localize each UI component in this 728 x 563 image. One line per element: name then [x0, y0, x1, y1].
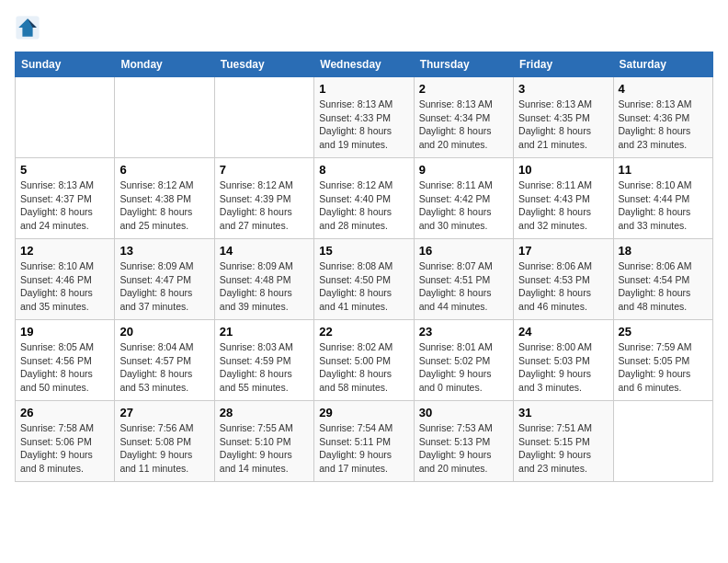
day-info: Sunrise: 7:59 AM Sunset: 5:05 PM Dayligh…	[619, 340, 708, 395]
day-info: Sunrise: 8:13 AM Sunset: 4:35 PM Dayligh…	[518, 98, 608, 152]
day-number: 18	[619, 244, 708, 258]
day-info: Sunrise: 8:05 AM Sunset: 4:56 PM Dayligh…	[20, 340, 109, 395]
column-header-thursday: Thursday	[414, 52, 513, 77]
day-cell: 15Sunrise: 8:08 AM Sunset: 4:50 PM Dayli…	[314, 239, 414, 320]
column-header-tuesday: Tuesday	[214, 52, 313, 77]
day-number: 20	[119, 325, 209, 339]
day-cell: 14Sunrise: 8:09 AM Sunset: 4:48 PM Dayli…	[214, 239, 313, 320]
day-number: 11	[619, 163, 708, 177]
day-cell: 10Sunrise: 8:11 AM Sunset: 4:43 PM Dayli…	[514, 158, 613, 239]
day-cell: 24Sunrise: 8:00 AM Sunset: 5:03 PM Dayli…	[514, 320, 613, 401]
day-info: Sunrise: 8:13 AM Sunset: 4:36 PM Dayligh…	[619, 98, 708, 152]
day-cell: 27Sunrise: 7:56 AM Sunset: 5:08 PM Dayli…	[115, 401, 214, 482]
day-cell: 30Sunrise: 7:53 AM Sunset: 5:13 PM Dayli…	[414, 401, 513, 482]
day-cell: 8Sunrise: 8:12 AM Sunset: 4:40 PM Daylig…	[314, 158, 414, 239]
day-cell: 6Sunrise: 8:12 AM Sunset: 4:38 PM Daylig…	[115, 158, 214, 239]
day-number: 7	[220, 163, 309, 177]
day-number: 9	[419, 163, 508, 177]
day-info: Sunrise: 7:56 AM Sunset: 5:08 PM Dayligh…	[119, 421, 209, 476]
day-info: Sunrise: 7:51 AM Sunset: 5:15 PM Dayligh…	[518, 421, 608, 476]
day-info: Sunrise: 8:10 AM Sunset: 4:46 PM Dayligh…	[20, 259, 109, 314]
week-row-3: 12Sunrise: 8:10 AM Sunset: 4:46 PM Dayli…	[16, 239, 713, 320]
day-cell: 31Sunrise: 7:51 AM Sunset: 5:15 PM Dayli…	[514, 401, 613, 482]
day-number: 23	[419, 325, 508, 339]
day-info: Sunrise: 7:54 AM Sunset: 5:11 PM Dayligh…	[319, 421, 408, 476]
day-info: Sunrise: 8:00 AM Sunset: 5:03 PM Dayligh…	[518, 340, 608, 395]
week-row-5: 26Sunrise: 7:58 AM Sunset: 5:06 PM Dayli…	[16, 401, 713, 482]
day-info: Sunrise: 8:07 AM Sunset: 4:51 PM Dayligh…	[419, 259, 508, 314]
day-cell: 3Sunrise: 8:13 AM Sunset: 4:35 PM Daylig…	[514, 77, 613, 158]
column-header-wednesday: Wednesday	[314, 52, 414, 77]
day-number: 1	[319, 82, 408, 96]
day-number: 26	[20, 406, 109, 419]
day-cell	[214, 77, 313, 158]
day-info: Sunrise: 8:06 AM Sunset: 4:54 PM Dayligh…	[619, 259, 708, 314]
day-cell: 5Sunrise: 8:13 AM Sunset: 4:37 PM Daylig…	[16, 158, 115, 239]
day-number: 28	[220, 406, 309, 419]
day-info: Sunrise: 8:02 AM Sunset: 5:00 PM Dayligh…	[319, 340, 408, 395]
day-number: 13	[119, 244, 209, 258]
column-header-saturday: Saturday	[613, 52, 712, 77]
day-info: Sunrise: 8:08 AM Sunset: 4:50 PM Dayligh…	[319, 259, 408, 314]
day-number: 10	[518, 163, 608, 177]
day-number: 12	[20, 244, 109, 258]
day-number: 5	[20, 163, 109, 177]
day-number: 6	[119, 163, 209, 177]
day-number: 14	[220, 244, 309, 258]
day-cell: 19Sunrise: 8:05 AM Sunset: 4:56 PM Dayli…	[16, 320, 115, 401]
day-info: Sunrise: 8:01 AM Sunset: 5:02 PM Dayligh…	[419, 340, 508, 395]
day-number: 30	[419, 406, 508, 419]
column-header-sunday: Sunday	[16, 52, 115, 77]
column-header-monday: Monday	[115, 52, 214, 77]
day-number: 22	[319, 325, 408, 339]
day-cell	[16, 77, 115, 158]
header-row: SundayMondayTuesdayWednesdayThursdayFrid…	[16, 52, 713, 77]
logo	[15, 15, 44, 40]
day-number: 21	[220, 325, 309, 339]
day-cell	[115, 77, 214, 158]
day-cell: 29Sunrise: 7:54 AM Sunset: 5:11 PM Dayli…	[314, 401, 414, 482]
day-info: Sunrise: 8:13 AM Sunset: 4:34 PM Dayligh…	[419, 98, 508, 152]
logo-icon	[15, 15, 40, 40]
day-cell: 11Sunrise: 8:10 AM Sunset: 4:44 PM Dayli…	[613, 158, 712, 239]
day-cell: 4Sunrise: 8:13 AM Sunset: 4:36 PM Daylig…	[613, 77, 712, 158]
day-number: 15	[319, 244, 408, 258]
day-cell: 18Sunrise: 8:06 AM Sunset: 4:54 PM Dayli…	[613, 239, 712, 320]
day-cell: 13Sunrise: 8:09 AM Sunset: 4:47 PM Dayli…	[115, 239, 214, 320]
day-info: Sunrise: 8:06 AM Sunset: 4:53 PM Dayligh…	[518, 259, 608, 314]
day-cell	[613, 401, 712, 482]
day-cell: 25Sunrise: 7:59 AM Sunset: 5:05 PM Dayli…	[613, 320, 712, 401]
day-info: Sunrise: 8:11 AM Sunset: 4:42 PM Dayligh…	[419, 178, 508, 233]
day-number: 4	[619, 82, 708, 96]
day-number: 31	[518, 406, 608, 419]
column-header-friday: Friday	[514, 52, 613, 77]
day-cell: 2Sunrise: 8:13 AM Sunset: 4:34 PM Daylig…	[414, 77, 513, 158]
day-cell: 1Sunrise: 8:13 AM Sunset: 4:33 PM Daylig…	[314, 77, 414, 158]
day-cell: 23Sunrise: 8:01 AM Sunset: 5:02 PM Dayli…	[414, 320, 513, 401]
day-cell: 22Sunrise: 8:02 AM Sunset: 5:00 PM Dayli…	[314, 320, 414, 401]
day-number: 2	[419, 82, 508, 96]
day-number: 19	[20, 325, 109, 339]
day-info: Sunrise: 8:09 AM Sunset: 4:48 PM Dayligh…	[220, 259, 309, 314]
day-number: 29	[319, 406, 408, 419]
day-cell: 12Sunrise: 8:10 AM Sunset: 4:46 PM Dayli…	[16, 239, 115, 320]
day-info: Sunrise: 8:11 AM Sunset: 4:43 PM Dayligh…	[518, 178, 608, 233]
day-cell: 21Sunrise: 8:03 AM Sunset: 4:59 PM Dayli…	[214, 320, 313, 401]
day-number: 16	[419, 244, 508, 258]
day-info: Sunrise: 7:55 AM Sunset: 5:10 PM Dayligh…	[220, 421, 309, 476]
day-info: Sunrise: 8:12 AM Sunset: 4:40 PM Dayligh…	[319, 178, 408, 233]
day-info: Sunrise: 8:12 AM Sunset: 4:39 PM Dayligh…	[220, 178, 309, 233]
day-cell: 26Sunrise: 7:58 AM Sunset: 5:06 PM Dayli…	[16, 401, 115, 482]
day-number: 27	[119, 406, 209, 419]
day-info: Sunrise: 8:04 AM Sunset: 4:57 PM Dayligh…	[119, 340, 209, 395]
week-row-1: 1Sunrise: 8:13 AM Sunset: 4:33 PM Daylig…	[16, 77, 713, 158]
day-info: Sunrise: 8:10 AM Sunset: 4:44 PM Dayligh…	[619, 178, 708, 233]
page-header	[15, 15, 713, 40]
day-cell: 16Sunrise: 8:07 AM Sunset: 4:51 PM Dayli…	[414, 239, 513, 320]
day-info: Sunrise: 8:13 AM Sunset: 4:37 PM Dayligh…	[20, 178, 109, 233]
day-cell: 17Sunrise: 8:06 AM Sunset: 4:53 PM Dayli…	[514, 239, 613, 320]
day-number: 17	[518, 244, 608, 258]
calendar-table: SundayMondayTuesdayWednesdayThursdayFrid…	[15, 52, 713, 482]
day-cell: 20Sunrise: 8:04 AM Sunset: 4:57 PM Dayli…	[115, 320, 214, 401]
day-number: 8	[319, 163, 408, 177]
